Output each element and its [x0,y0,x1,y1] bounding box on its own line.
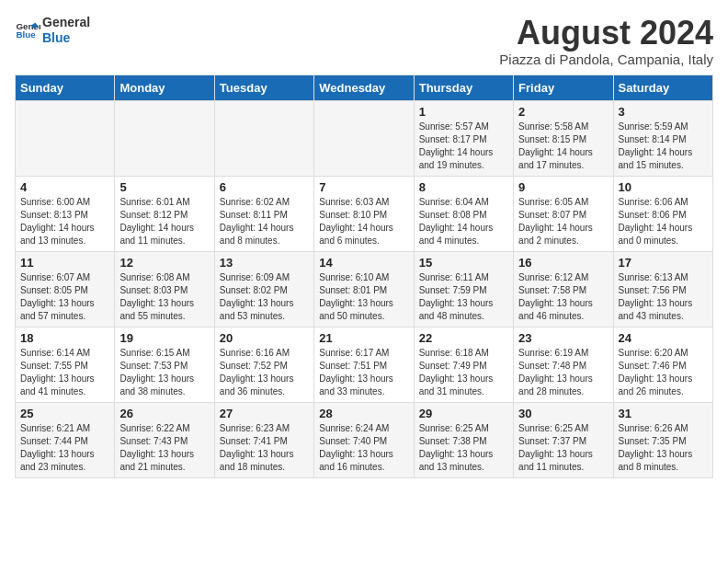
calendar-cell: 28Sunrise: 6:24 AM Sunset: 7:40 PM Dayli… [314,402,414,477]
calendar-cell: 30Sunrise: 6:25 AM Sunset: 7:37 PM Dayli… [514,402,613,477]
day-info: Sunrise: 5:58 AM Sunset: 8:15 PM Dayligh… [518,121,608,172]
day-number: 17 [619,256,708,270]
day-number: 7 [319,180,408,194]
page-header: General Blue General Blue August 2024 Pi… [15,15,713,67]
day-info: Sunrise: 6:22 AM Sunset: 7:43 PM Dayligh… [119,422,209,474]
day-info: Sunrise: 6:08 AM Sunset: 8:03 PM Dayligh… [119,271,209,323]
calendar-week-row: 4Sunrise: 6:00 AM Sunset: 8:13 PM Daylig… [16,176,713,251]
day-number: 1 [419,105,508,119]
calendar-cell: 27Sunrise: 6:23 AM Sunset: 7:41 PM Dayli… [214,402,313,477]
day-number: 28 [319,407,408,420]
calendar-cell: 17Sunrise: 6:13 AM Sunset: 7:56 PM Dayli… [613,251,712,327]
day-info: Sunrise: 6:18 AM Sunset: 7:49 PM Dayligh… [419,347,508,398]
weekday-header: Sunday [16,75,115,100]
calendar-header-row: SundayMondayTuesdayWednesdayThursdayFrid… [16,75,713,100]
calendar-table: SundayMondayTuesdayWednesdayThursdayFrid… [15,75,713,478]
day-number: 2 [518,105,608,119]
day-info: Sunrise: 5:59 AM Sunset: 8:14 PM Dayligh… [619,121,708,172]
day-number: 4 [20,180,109,194]
day-number: 23 [518,331,608,345]
day-number: 19 [119,331,209,345]
calendar-cell: 13Sunrise: 6:09 AM Sunset: 8:02 PM Dayli… [214,251,313,327]
weekday-header: Thursday [414,75,513,100]
day-number: 8 [419,180,508,194]
day-info: Sunrise: 6:19 AM Sunset: 7:48 PM Dayligh… [518,347,608,398]
day-info: Sunrise: 6:26 AM Sunset: 7:35 PM Dayligh… [619,422,708,474]
calendar-cell: 26Sunrise: 6:22 AM Sunset: 7:43 PM Dayli… [115,402,214,477]
calendar-cell: 14Sunrise: 6:10 AM Sunset: 8:01 PM Dayli… [314,251,414,327]
logo-line2: Blue [42,30,90,46]
calendar-week-row: 25Sunrise: 6:21 AM Sunset: 7:44 PM Dayli… [16,402,713,477]
day-number: 14 [319,256,408,270]
day-number: 11 [20,256,109,270]
day-number: 13 [220,256,309,270]
calendar-cell: 6Sunrise: 6:02 AM Sunset: 8:11 PM Daylig… [214,176,313,251]
calendar-cell: 4Sunrise: 6:00 AM Sunset: 8:13 PM Daylig… [16,176,115,251]
calendar-cell: 25Sunrise: 6:21 AM Sunset: 7:44 PM Dayli… [16,402,115,477]
day-number: 26 [119,407,209,420]
logo: General Blue General Blue [15,15,90,46]
day-info: Sunrise: 6:07 AM Sunset: 8:05 PM Dayligh… [20,271,109,323]
day-info: Sunrise: 6:00 AM Sunset: 8:13 PM Dayligh… [20,196,109,247]
weekday-header: Wednesday [314,75,414,100]
calendar-cell: 20Sunrise: 6:16 AM Sunset: 7:52 PM Dayli… [214,327,313,402]
calendar-cell: 8Sunrise: 6:04 AM Sunset: 8:08 PM Daylig… [414,176,513,251]
day-number: 9 [518,180,608,194]
day-info: Sunrise: 6:21 AM Sunset: 7:44 PM Dayligh… [20,422,109,474]
logo-line1: General [42,15,90,30]
day-info: Sunrise: 6:10 AM Sunset: 8:01 PM Dayligh… [319,271,408,323]
day-number: 29 [419,407,508,420]
calendar-cell: 29Sunrise: 6:25 AM Sunset: 7:38 PM Dayli… [414,402,513,477]
day-info: Sunrise: 6:03 AM Sunset: 8:10 PM Dayligh… [319,196,408,247]
day-number: 24 [619,331,708,345]
day-info: Sunrise: 6:25 AM Sunset: 7:38 PM Dayligh… [419,422,508,474]
day-info: Sunrise: 6:17 AM Sunset: 7:51 PM Dayligh… [319,347,408,398]
calendar-week-row: 1Sunrise: 5:57 AM Sunset: 8:17 PM Daylig… [16,100,713,176]
weekday-header: Friday [514,75,613,100]
calendar-cell [214,100,313,176]
day-info: Sunrise: 6:09 AM Sunset: 8:02 PM Dayligh… [220,271,309,323]
day-info: Sunrise: 6:11 AM Sunset: 7:59 PM Dayligh… [419,271,508,323]
calendar-cell: 5Sunrise: 6:01 AM Sunset: 8:12 PM Daylig… [115,176,214,251]
calendar-cell: 16Sunrise: 6:12 AM Sunset: 7:58 PM Dayli… [514,251,613,327]
day-info: Sunrise: 6:04 AM Sunset: 8:08 PM Dayligh… [419,196,508,247]
day-number: 25 [20,407,109,420]
day-info: Sunrise: 5:57 AM Sunset: 8:17 PM Dayligh… [419,121,508,172]
day-number: 3 [619,105,708,119]
day-info: Sunrise: 6:23 AM Sunset: 7:41 PM Dayligh… [220,422,309,474]
calendar-cell: 15Sunrise: 6:11 AM Sunset: 7:59 PM Dayli… [414,251,513,327]
day-info: Sunrise: 6:20 AM Sunset: 7:46 PM Dayligh… [619,347,708,398]
calendar-cell: 12Sunrise: 6:08 AM Sunset: 8:03 PM Dayli… [115,251,214,327]
weekday-header: Tuesday [214,75,313,100]
day-info: Sunrise: 6:05 AM Sunset: 8:07 PM Dayligh… [518,196,608,247]
day-info: Sunrise: 6:16 AM Sunset: 7:52 PM Dayligh… [220,347,309,398]
month-year-title: August 2024 [499,15,713,52]
day-number: 10 [619,180,708,194]
calendar-cell: 1Sunrise: 5:57 AM Sunset: 8:17 PM Daylig… [414,100,513,176]
day-number: 27 [220,407,309,420]
day-number: 5 [119,180,209,194]
day-info: Sunrise: 6:13 AM Sunset: 7:56 PM Dayligh… [619,271,708,323]
day-number: 31 [619,407,708,420]
svg-text:Blue: Blue [16,29,36,40]
calendar-cell [314,100,414,176]
day-info: Sunrise: 6:14 AM Sunset: 7:55 PM Dayligh… [20,347,109,398]
day-number: 15 [419,256,508,270]
location-subtitle: Piazza di Pandola, Campania, Italy [499,52,713,67]
logo-icon: General Blue [15,17,40,43]
title-block: August 2024 Piazza di Pandola, Campania,… [499,15,713,67]
calendar-cell: 3Sunrise: 5:59 AM Sunset: 8:14 PM Daylig… [613,100,712,176]
day-number: 18 [20,331,109,345]
calendar-week-row: 18Sunrise: 6:14 AM Sunset: 7:55 PM Dayli… [16,327,713,402]
calendar-cell [16,100,115,176]
calendar-cell: 22Sunrise: 6:18 AM Sunset: 7:49 PM Dayli… [414,327,513,402]
weekday-header: Saturday [613,75,712,100]
day-info: Sunrise: 6:12 AM Sunset: 7:58 PM Dayligh… [518,271,608,323]
calendar-cell: 31Sunrise: 6:26 AM Sunset: 7:35 PM Dayli… [613,402,712,477]
day-number: 12 [119,256,209,270]
calendar-cell: 2Sunrise: 5:58 AM Sunset: 8:15 PM Daylig… [514,100,613,176]
day-number: 22 [419,331,508,345]
calendar-cell: 24Sunrise: 6:20 AM Sunset: 7:46 PM Dayli… [613,327,712,402]
day-number: 30 [518,407,608,420]
calendar-week-row: 11Sunrise: 6:07 AM Sunset: 8:05 PM Dayli… [16,251,713,327]
